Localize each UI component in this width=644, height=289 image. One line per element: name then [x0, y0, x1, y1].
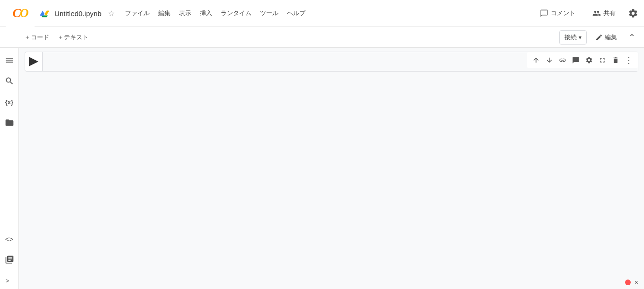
menu-file[interactable]: ファイル: [121, 7, 153, 19]
status-dot: [625, 280, 631, 285]
run-button[interactable]: [25, 52, 42, 71]
top-right: コメント 共有: [535, 6, 638, 20]
toolbar: + コード + テキスト 接続 ▾ 編集 ⌃: [0, 27, 644, 48]
sidebar-icon-menu[interactable]: [1, 52, 18, 69]
comment-button[interactable]: コメント: [535, 6, 580, 20]
bottom-bar: ×: [619, 276, 644, 289]
comment-label: コメント: [551, 9, 575, 18]
menu-edit[interactable]: 編集: [154, 7, 174, 19]
comment-icon: [540, 9, 548, 18]
connect-label: 接続: [564, 33, 577, 42]
content-area: ⋮: [19, 48, 644, 289]
code-cell: ⋮: [25, 52, 638, 72]
main-area: {x} <> >_: [0, 48, 644, 289]
more-options-icon[interactable]: ⋮: [623, 54, 635, 66]
sidebar-icon-variables[interactable]: {x}: [1, 93, 18, 110]
cell-toolbar: ⋮: [527, 52, 638, 68]
sidebar-icon-snippets[interactable]: [1, 251, 18, 268]
menu-runtime[interactable]: ランタイム: [217, 7, 255, 19]
toolbar-right: 接続 ▾ 編集 ⌃: [559, 30, 638, 45]
menu-tools[interactable]: ツール: [256, 7, 282, 19]
sidebar: {x} <> >_: [0, 48, 19, 289]
menu-bar: ファイル 編集 表示 挿入 ランタイム ツール ヘルプ: [121, 7, 530, 19]
menu-help[interactable]: ヘルプ: [283, 7, 309, 19]
delete-cell-icon[interactable]: [609, 54, 622, 66]
share-label: 共有: [603, 9, 616, 18]
sidebar-icon-files[interactable]: [1, 114, 18, 131]
edit-button[interactable]: 編集: [590, 31, 622, 44]
top-bar: CO Untitled0.ipynb ☆ ファイル 編集 表示 挿入 ランタイム…: [0, 0, 644, 27]
link-icon[interactable]: [556, 54, 569, 66]
menu-view[interactable]: 表示: [175, 7, 195, 19]
add-text-button[interactable]: + テキスト: [54, 31, 93, 44]
connect-button[interactable]: 接続 ▾: [559, 30, 587, 45]
close-button[interactable]: ×: [635, 279, 638, 286]
share-icon: [592, 9, 601, 18]
add-code-button[interactable]: + コード: [21, 31, 54, 44]
sidebar-icon-terminal[interactable]: >_: [1, 272, 18, 289]
sidebar-icon-search[interactable]: [1, 72, 18, 90]
menu-insert[interactable]: 挿入: [196, 7, 216, 19]
share-button[interactable]: 共有: [588, 6, 620, 20]
drive-icon: [39, 8, 50, 18]
edit-label: 編集: [605, 33, 617, 42]
settings-icon[interactable]: [628, 8, 638, 18]
star-icon[interactable]: ☆: [108, 9, 115, 18]
comment-cell-icon[interactable]: [570, 54, 582, 66]
move-up-icon[interactable]: [530, 54, 542, 66]
play-icon: [29, 57, 38, 66]
add-text-label: + テキスト: [59, 33, 89, 42]
sidebar-icon-code[interactable]: <>: [1, 230, 18, 247]
connect-chevron: ▾: [579, 34, 581, 41]
pencil-icon: [595, 34, 603, 41]
expand-cell-icon[interactable]: [596, 54, 608, 66]
collapse-button[interactable]: ⌃: [626, 30, 638, 45]
notebook-title[interactable]: Untitled0.ipynb: [54, 9, 101, 18]
colab-logo[interactable]: CO: [6, 0, 35, 27]
cell-settings-icon[interactable]: [583, 54, 595, 66]
add-code-label: + コード: [26, 33, 49, 42]
move-down-icon[interactable]: [543, 54, 555, 66]
